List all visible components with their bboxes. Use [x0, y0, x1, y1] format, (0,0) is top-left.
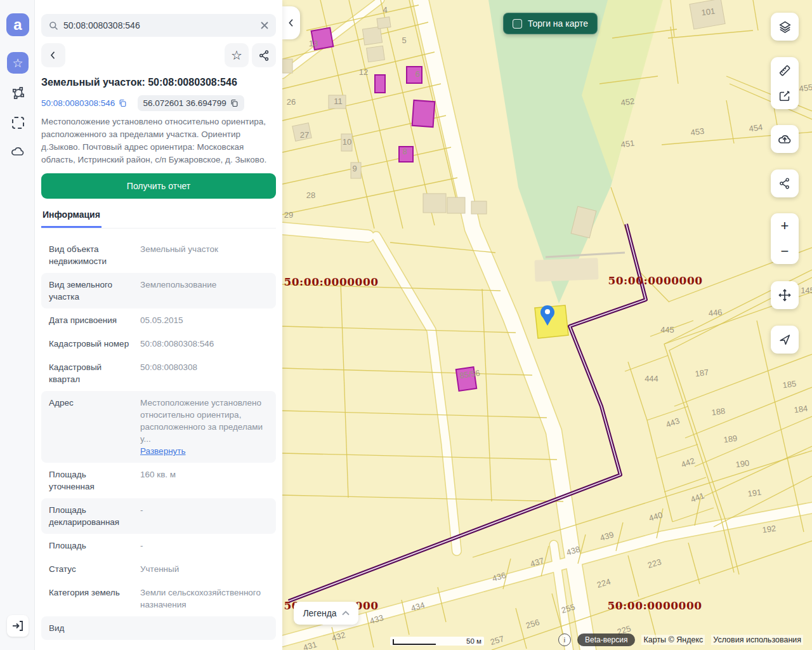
logo-glyph: a — [13, 17, 22, 32]
auctions-toggle-label: Торги на карте — [528, 18, 588, 29]
parcel-number: 9 — [352, 164, 357, 173]
search-icon — [48, 20, 60, 32]
upload-button[interactable] — [771, 125, 799, 153]
layers-button[interactable] — [771, 13, 799, 41]
info-value: - — [133, 504, 268, 528]
legend-label: Легенда — [303, 608, 336, 618]
building — [377, 17, 391, 29]
auctions-on-map-toggle[interactable]: Торги на карте — [503, 13, 598, 34]
info-row: СтатусУчтенный — [41, 557, 276, 581]
road — [282, 229, 368, 236]
parcel-number: 8 — [402, 147, 407, 156]
sidebar-item-favorites[interactable]: ☆ — [7, 52, 29, 74]
info-icon[interactable]: i — [558, 633, 571, 646]
parcel-number: 191 — [747, 488, 763, 499]
info-label: Вид объекта недвижимости — [49, 243, 133, 267]
info-value: Земельный участок — [133, 243, 268, 267]
favorite-button[interactable]: ☆ — [225, 43, 249, 67]
collapse-panel-button[interactable] — [282, 6, 300, 39]
info-label: Вид земельного участка — [49, 279, 133, 303]
info-row: Категория земельЗемли сельскохозяйственн… — [41, 581, 276, 616]
tab-information[interactable]: Информация — [41, 209, 102, 228]
sidebar-item-cloud[interactable] — [7, 141, 29, 162]
auctions-checkbox[interactable] — [513, 19, 522, 29]
info-label: Категория земель — [49, 587, 133, 611]
navigation-arrow-icon — [778, 333, 792, 347]
detail-panel: ☆ Земельный участок: 50:08:0080308:546 5… — [35, 0, 282, 650]
building — [471, 201, 487, 214]
tabs-bar: Информация — [41, 209, 276, 229]
layers-icon — [778, 20, 792, 34]
parcel-number: 27 — [300, 130, 309, 140]
info-label: Статус — [49, 563, 133, 575]
panel-header-row: ☆ — [41, 43, 276, 67]
parcel-number: 444 — [645, 374, 658, 383]
map-scale: 50 м — [390, 637, 484, 646]
app-logo[interactable]: a — [6, 13, 29, 36]
parcel-number: 190 — [735, 458, 750, 470]
info-value: Учтенный — [133, 563, 268, 575]
edit-button[interactable] — [771, 83, 799, 109]
cloud-icon — [10, 144, 25, 159]
quarter-number-label: 50:00:0000000 — [607, 599, 702, 612]
info-label: Дата присвоения — [49, 314, 133, 326]
parcel-number: 455 — [799, 83, 812, 94]
parcel-number: 453 — [690, 126, 705, 138]
info-row: Вид — [41, 616, 276, 640]
copy-icon[interactable] — [118, 98, 128, 108]
legend-button[interactable]: Легенда — [294, 602, 358, 625]
parcel-number: 4 — [383, 5, 387, 15]
zoom-in-button[interactable]: + — [771, 213, 799, 239]
building-registered[interactable] — [375, 75, 385, 93]
clear-search-icon[interactable] — [259, 20, 270, 30]
exit-button[interactable] — [7, 615, 29, 637]
map-area[interactable]: 45131226112710928298685/5645245145345445… — [282, 0, 812, 650]
sidebar-item-polygon-tool[interactable] — [7, 83, 29, 104]
parcel-number: 29 — [284, 210, 293, 220]
map-share-button[interactable] — [771, 169, 799, 197]
search-bar[interactable] — [41, 14, 276, 37]
quarter-number-label: 50:00:0000000 — [284, 275, 378, 288]
info-row: Вид земельного участкаЗемлепользование — [41, 273, 276, 308]
get-report-button[interactable]: Получить отчет — [41, 173, 276, 199]
info-value: 50:08:0080308:546 — [133, 338, 268, 350]
share-button[interactable] — [252, 43, 276, 67]
map-canvas[interactable]: 45131226112710928298685/5645245145345445… — [282, 0, 812, 650]
parcel-number: 454 — [749, 123, 764, 134]
info-row: АдресМестоположение установлено относите… — [41, 391, 276, 463]
scale-line — [394, 644, 436, 645]
coordinates-chip[interactable]: 56.072601 36.694799 — [138, 95, 244, 111]
info-row: Площадь уточненная160 кв. м — [41, 463, 276, 498]
copyright-text: Карты © Яндекс — [641, 635, 705, 645]
info-row: Площадь декларированная- — [41, 498, 276, 534]
measure-edit-group — [771, 57, 799, 109]
info-label: Площадь уточненная — [49, 468, 133, 493]
info-value: 50:08:0080308 — [133, 361, 268, 385]
info-row: Площадь- — [41, 534, 276, 557]
ruler-button[interactable] — [771, 58, 799, 83]
beta-badge: Beta-версия — [577, 633, 635, 646]
building-registered[interactable] — [412, 100, 435, 127]
pan-button[interactable] — [771, 281, 799, 309]
search-input[interactable] — [63, 20, 256, 30]
parcel-number: 13 — [309, 39, 318, 48]
cadastral-number-chip[interactable]: 50:08:0080308:546 — [41, 95, 133, 111]
expand-link[interactable]: Развернуть — [140, 446, 186, 456]
parcel-number: 10 — [343, 137, 351, 147]
info-label: Кадастровый номер — [49, 338, 133, 350]
edit-icon — [778, 89, 792, 103]
info-label: Вид — [49, 622, 133, 634]
quarter-number-label: 50:00:0000000 — [608, 274, 702, 287]
sidebar-item-select-area[interactable] — [7, 112, 29, 133]
back-button[interactable] — [41, 43, 65, 67]
zoom-out-button[interactable]: − — [771, 239, 799, 264]
parcel-number: 11 — [334, 96, 343, 106]
page-title: Земельный участок: 50:08:0080308:546 — [41, 77, 276, 88]
star-icon: ☆ — [12, 56, 23, 70]
parcel-number: 445 — [660, 325, 674, 335]
terms-link[interactable]: Условия использования — [711, 635, 803, 645]
cloud-upload-icon — [777, 131, 792, 147]
locate-button[interactable] — [771, 326, 799, 354]
parcel-number: 26 — [287, 97, 296, 107]
copy-icon[interactable] — [230, 98, 239, 108]
